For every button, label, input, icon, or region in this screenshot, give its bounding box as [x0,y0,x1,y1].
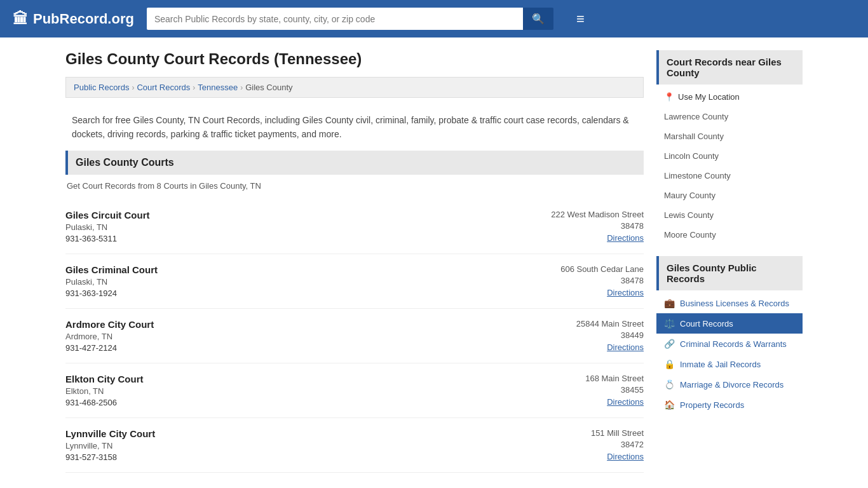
public-records-link[interactable]: 🔒 Inmate & Jail Records [656,354,803,374]
nearby-county-link[interactable]: Lawrence County [656,107,803,126]
court-address: 606 South Cedar Lane 38478 Directions [517,264,644,298]
court-name: Ardmore City Court [65,319,510,330]
court-phone: 931-363-5311 [65,234,510,243]
location-icon: 📍 [664,92,674,102]
public-records-link[interactable]: 💍 Marriage & Divorce Records [656,374,803,395]
nearby-county-link[interactable]: Lewis County [656,205,803,225]
sidebar: Court Records near Giles County 📍 Use My… [656,50,803,473]
court-info: Elkton City Court Elkton, TN 931-468-250… [65,374,510,407]
court-name: Lynnville City Court [65,428,510,439]
court-phone: 931-363-1924 [65,288,510,298]
directions-link[interactable]: Directions [607,397,644,407]
nearby-counties-list: Lawrence CountyMarshall CountyLincoln Co… [656,107,803,245]
court-zip: 38449 [517,330,644,340]
public-records-section: Giles County Public Records 💼 Business L… [656,256,803,415]
directions-link[interactable]: Directions [607,342,644,352]
court-info: Ardmore City Court Ardmore, TN 931-427-2… [65,319,510,353]
directions-link[interactable]: Directions [607,233,644,243]
courts-section-header: Giles County Courts [65,151,644,175]
court-entry: Giles Circuit Court Pulaski, TN 931-363-… [65,200,644,254]
record-type-icon: 💼 [664,298,675,308]
court-city: Lynnville, TN [65,441,510,451]
court-zip: 38478 [517,221,644,231]
record-type-label: Criminal Records & Warrants [680,339,787,349]
search-button[interactable]: 🔍 [523,8,553,30]
public-records-link[interactable]: 🔗 Criminal Records & Warrants [656,334,803,354]
page-container: Giles County Court Records (Tennessee) P… [53,37,815,485]
court-street: 606 South Cedar Lane [517,264,644,274]
court-city: Ardmore, TN [65,332,510,341]
court-street: 168 Main Street [517,374,644,383]
court-zip: 38455 [517,385,644,395]
court-phone: 931-468-2506 [65,398,510,407]
court-info: Giles Criminal Court Pulaski, TN 931-363… [65,264,510,298]
court-address: 151 Mill Street 38472 Directions [517,428,644,462]
record-type-label: Marriage & Divorce Records [680,380,783,390]
nearby-title: Court Records near Giles County [656,50,803,85]
public-records-links: 💼 Business Licenses & Records ⚖️ Court R… [656,293,803,415]
record-type-label: Court Records [680,319,733,329]
courts-list: Giles Circuit Court Pulaski, TN 931-363-… [65,200,644,473]
public-records-title: Giles County Public Records [656,256,803,290]
breadcrumb-sep-2: › [193,83,195,92]
record-type-label: Property Records [680,400,744,410]
breadcrumb-sep-3: › [240,83,243,92]
court-zip: 38478 [517,276,644,285]
breadcrumb-sep-1: › [132,83,134,92]
breadcrumb-court-records[interactable]: Court Records [137,83,190,92]
court-zip: 38472 [517,440,644,449]
record-type-icon: ⚖️ [664,318,675,329]
court-name: Giles Circuit Court [65,210,510,220]
site-header: 🏛 PubRecord.org 🔍 ≡ [0,0,868,37]
court-city: Pulaski, TN [65,277,510,287]
nearby-county-link[interactable]: Marshall County [656,126,803,146]
court-address: 168 Main Street 38455 Directions [517,374,644,407]
breadcrumb: Public Records › Court Records › Tenness… [65,77,644,98]
courts-section-sub: Get Court Records from 8 Courts in Giles… [65,181,644,191]
menu-button[interactable]: ≡ [571,8,590,30]
court-city: Pulaski, TN [65,222,510,232]
nearby-county-link[interactable]: Maury County [656,186,803,205]
public-records-link[interactable]: ⚖️ Court Records [656,313,803,334]
hamburger-icon: ≡ [576,11,585,27]
record-type-icon: 🔗 [664,339,675,349]
court-entry: Ardmore City Court Ardmore, TN 931-427-2… [65,309,644,363]
search-bar: 🔍 [147,8,553,30]
court-name: Elkton City Court [65,374,510,384]
record-type-icon: 💍 [664,379,675,390]
use-location-link[interactable]: 📍 Use My Location [656,87,803,107]
court-entry: Elkton City Court Elkton, TN 931-468-250… [65,363,644,418]
page-description: Search for free Giles County, TN Court R… [65,104,644,142]
nearby-county-link[interactable]: Limestone County [656,166,803,186]
court-street: 151 Mill Street [517,428,644,438]
court-info: Lynnville City Court Lynnville, TN 931-5… [65,428,510,462]
directions-link[interactable]: Directions [607,288,644,297]
court-info: Giles Circuit Court Pulaski, TN 931-363-… [65,210,510,243]
site-logo[interactable]: 🏛 PubRecord.org [13,10,134,28]
court-phone: 931-527-3158 [65,452,510,462]
breadcrumb-public-records[interactable]: Public Records [74,83,129,92]
court-address: 25844 Main Street 38449 Directions [517,319,644,353]
use-location-text: Use My Location [678,92,740,102]
court-street: 25844 Main Street [517,319,644,329]
breadcrumb-tennessee[interactable]: Tennessee [198,83,238,92]
logo-icon: 🏛 [13,10,28,28]
record-type-label: Inmate & Jail Records [680,360,761,369]
logo-text: PubRecord.org [33,11,134,27]
nearby-county-link[interactable]: Lincoln County [656,146,803,166]
search-icon: 🔍 [532,13,545,24]
record-type-icon: 🔒 [664,359,675,369]
record-type-icon: 🏠 [664,400,675,410]
breadcrumb-current: Giles County [245,83,292,92]
nearby-county-link[interactable]: Moore County [656,225,803,245]
court-entry: Giles Criminal Court Pulaski, TN 931-363… [65,254,644,309]
court-name: Giles Criminal Court [65,264,510,275]
public-records-link[interactable]: 💼 Business Licenses & Records [656,293,803,313]
court-street: 222 West Madison Street [517,210,644,219]
main-content: Giles County Court Records (Tennessee) P… [65,50,644,473]
directions-link[interactable]: Directions [607,452,644,461]
page-title: Giles County Court Records (Tennessee) [65,50,644,68]
public-records-link[interactable]: 🏠 Property Records [656,395,803,415]
search-input[interactable] [147,8,523,30]
record-type-label: Business Licenses & Records [680,299,789,308]
